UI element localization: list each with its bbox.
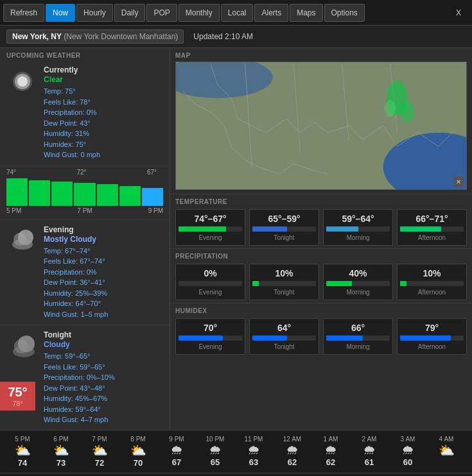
- svg-point-20: [385, 100, 396, 117]
- hourly-strip: 5 PM ⛅ 74 6 PM ⛅ 73 7 PM ⛅ 72 8 PM ⛅ 70 …: [0, 430, 472, 473]
- hourly-temp-4: 67: [172, 457, 181, 467]
- current-temp-display: 75° 78°: [0, 382, 35, 411]
- alerts-button[interactable]: Alerts: [254, 4, 288, 22]
- currently-humidex: Humidex: 75°: [44, 139, 100, 150]
- currently-icon: [6, 65, 39, 98]
- top-nav: Refresh Now Hourly Daily POP Monthly Loc…: [0, 0, 472, 26]
- temp-period-afternoon: Afternoon: [400, 234, 464, 241]
- hourly-time-2: 7 PM: [92, 436, 107, 443]
- humidex-period-afternoon: Afternoon: [400, 343, 464, 350]
- temp-val-morning: 59°–64°: [326, 214, 390, 224]
- refresh-button[interactable]: Refresh: [3, 4, 44, 22]
- precip-card-afternoon: 10% Afternoon: [397, 264, 467, 300]
- chart1-bar2: [29, 180, 50, 206]
- chart1-bar5: [97, 184, 118, 206]
- hourly-temp-7: 62: [288, 457, 297, 467]
- hourly-item-10: 3 AM 🌧 60: [389, 434, 427, 469]
- humidex-val-afternoon: 79°: [400, 323, 464, 333]
- current-feels-big: 78°: [2, 400, 33, 407]
- daily-button[interactable]: Daily: [114, 4, 146, 22]
- svg-point-8: [13, 346, 35, 357]
- tonight-precip: Precipitation: 0%–10%: [44, 372, 115, 383]
- precip-period-morning: Morning: [326, 289, 390, 296]
- hourly-temp-8: 62: [326, 457, 335, 467]
- tonight-label: Tonight: [44, 330, 115, 339]
- evening-precip: Precipitation: 0%: [44, 267, 108, 278]
- humidex-card-tonight: 64° Tonight: [249, 318, 319, 355]
- hourly-button[interactable]: Hourly: [76, 4, 113, 22]
- hourly-time-3: 8 PM: [130, 436, 145, 443]
- precip-card-tonight: 10% Tonight: [249, 264, 319, 300]
- evening-icon: [6, 225, 39, 257]
- tonight-dew: Dew Point: 43°–48°: [44, 383, 115, 394]
- maps-button[interactable]: Maps: [290, 4, 322, 22]
- currently-wind: Wind Gust: 0 mph: [44, 149, 100, 160]
- precip-period-tonight: Tonight: [252, 289, 316, 296]
- precipitation-title: PRECIPITATION: [175, 253, 467, 260]
- map-title: MAP: [175, 52, 467, 62]
- currently-condition: Clear: [44, 75, 100, 84]
- hourly-time-0: 5 PM: [15, 436, 30, 443]
- hourly-icon-2: ⛅: [92, 443, 108, 458]
- options-button[interactable]: Options: [324, 4, 365, 22]
- left-panel: UPCOMING WEATHER Currently Clear Temp: 7…: [0, 48, 170, 430]
- currently-details: Currently Clear Temp: 75° Feels Like: 78…: [44, 65, 100, 160]
- map-section: MAP: [170, 48, 472, 194]
- precip-bar-container-afternoon: [400, 281, 464, 286]
- location-label[interactable]: New York, NY (New York Downtown Manhatta…: [6, 30, 184, 44]
- chart1-t3: 67°: [147, 169, 157, 176]
- currently-feels: Feels Like: 78°: [44, 97, 100, 108]
- humidex-period-morning: Morning: [326, 343, 390, 350]
- precip-card-evening: 0% Evening: [175, 264, 245, 300]
- hourly-time-4: 9 PM: [169, 436, 184, 443]
- tonight-block: Tonight Cloudy Temp: 59°–65° Feels Like:…: [0, 325, 170, 430]
- close-button[interactable]: X: [450, 4, 468, 22]
- pop-button[interactable]: POP: [146, 4, 177, 22]
- precip-bar-tonight: [252, 281, 259, 286]
- hourly-scroll: 5 PM ⛅ 74 6 PM ⛅ 73 7 PM ⛅ 72 8 PM ⛅ 70 …: [3, 434, 469, 469]
- hourly-item-4: 9 PM 🌧 67: [157, 434, 196, 469]
- humidex-section: HUMIDEX 70° Evening 64°: [170, 303, 472, 357]
- hourly-icon-7: 🌧: [286, 443, 299, 457]
- right-wrapper: N NE E SE S SW W NW 6 RAIN: [170, 48, 472, 430]
- svg-point-5: [12, 239, 33, 250]
- evening-dew: Dew Point: 36°–41°: [44, 277, 108, 288]
- tonight-feels: Feels Like: 59°–65°: [44, 362, 115, 373]
- temp-card-morning: 59°–64° Morning: [323, 209, 393, 246]
- humidex-card-morning: 66° Morning: [323, 318, 393, 355]
- bottom-nav: News Videos Photos Cameras Settings: [0, 473, 472, 476]
- monthly-button[interactable]: Monthly: [179, 4, 220, 22]
- temp-bar-container-evening: [179, 226, 242, 232]
- hourly-icon-9: 🌧: [363, 443, 376, 457]
- humidex-val-morning: 66°: [326, 323, 390, 333]
- location-bar: New York, NY (New York Downtown Manhatta…: [0, 26, 472, 48]
- hourly-item-8: 1 AM 🌧 62: [311, 434, 350, 469]
- right-panel: MAP: [170, 48, 472, 430]
- tonight-condition: Cloudy: [44, 340, 115, 349]
- precip-bar-afternoon: [400, 281, 406, 286]
- temp-val-tonight: 65°–59°: [252, 214, 316, 224]
- chart1: 74° 72° 67° 5 PM 7 PM 9 PM: [0, 166, 170, 220]
- temperature-section: TEMPERATURE 74°–67° Evening 65°–59°: [170, 194, 472, 248]
- humidex-bar-container-afternoon: [400, 336, 464, 341]
- map-close-button[interactable]: ✕: [453, 176, 464, 187]
- hourly-item-3: 8 PM ⛅ 70: [119, 434, 157, 469]
- hourly-time-8: 1 AM: [324, 436, 338, 443]
- humidex-title: HUMIDEX: [175, 307, 467, 314]
- hourly-time-6: 11 PM: [245, 436, 263, 443]
- precip-val-evening: 0%: [179, 268, 242, 278]
- hourly-item-1: 6 PM ⛅ 73: [42, 434, 80, 469]
- hourly-temp-1: 73: [57, 458, 66, 468]
- hourly-time-9: 2 AM: [362, 436, 377, 443]
- humidex-period-tonight: Tonight: [252, 343, 316, 350]
- local-button[interactable]: Local: [221, 4, 254, 22]
- hourly-item-5: 10 PM 🌧 65: [196, 434, 234, 469]
- map-container[interactable]: ✕: [175, 62, 467, 190]
- now-button[interactable]: Now: [46, 4, 75, 22]
- current-temp-big: 75°: [2, 385, 33, 400]
- hourly-time-11: 4 AM: [439, 436, 454, 443]
- evening-block: Evening Mostly Cloudy Temp: 67°–74° Feel…: [0, 220, 170, 326]
- tonight-details: Tonight Cloudy Temp: 59°–65° Feels Like:…: [44, 330, 115, 425]
- humidex-cards: 70° Evening 64° Tonight: [175, 318, 467, 355]
- precip-bar-morning: [326, 281, 352, 286]
